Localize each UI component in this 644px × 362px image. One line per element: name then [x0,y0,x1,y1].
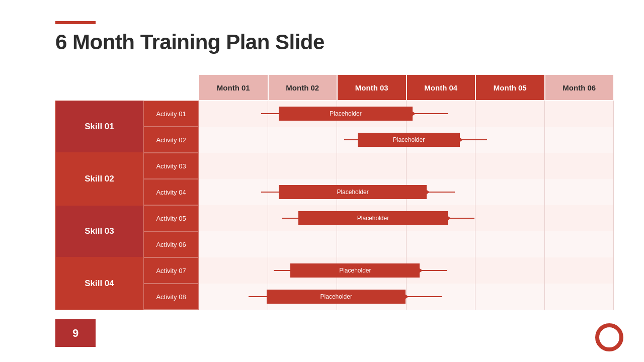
gantt-body: Skill 01Activity 01Activity 02Placeholde… [55,101,614,310]
gantt-cell [545,153,614,179]
gantt-row: Placeholder [199,205,614,231]
bar-line-right [460,139,487,140]
bar-line-left [261,192,279,193]
bar-body: Placeholder [358,133,460,147]
gantt-cell [199,127,268,153]
activities-col: Activity 03Activity 04 [143,153,199,205]
gantt-cell [199,153,268,179]
bar-body: Placeholder [298,211,448,225]
gantt-cell [475,153,545,179]
page-number: 9 [72,327,78,340]
bar-line-right [406,296,442,297]
bar-line-right [420,270,447,271]
activity-label: Activity 07 [143,257,199,284]
bar-body: Placeholder [279,185,427,199]
gantt-cell [407,153,476,179]
header-cell: Month 01 [199,74,268,101]
bar-body: Placeholder [267,290,406,304]
gantt-cell [337,153,407,179]
arrow-head [459,137,463,142]
header-cell: Month 06 [545,74,614,101]
skill-label: Skill 03 [55,205,143,257]
activity-label: Activity 01 [143,101,199,127]
gantt-cell [199,101,268,127]
bar-body: Placeholder [279,107,413,121]
activity-label: Activity 08 [143,284,199,310]
activity-label: Activity 05 [143,205,199,231]
bar-body: Placeholder [290,263,420,278]
header-cell: Month 03 [337,74,407,101]
skill-group: Skill 02Activity 03Activity 04Placeholde… [55,153,614,205]
slide: 6 Month Training Plan Slide Month 01Mont… [0,0,644,362]
page-title: 6 Month Training Plan Slide [55,30,325,54]
bar-container: Placeholder [249,290,614,304]
gantt-cell [407,231,476,257]
gantt-row-cells [199,231,614,257]
gantt-row: Placeholder [199,101,614,127]
gantt-rows-col: PlaceholderPlaceholder [199,101,614,153]
gantt-cell [199,257,268,284]
skill-label: Skill 04 [55,257,143,310]
bar-line-left [344,139,358,140]
bar-container: Placeholder [344,133,614,147]
accent-line [55,21,96,24]
header-cell: Month 05 [475,74,545,101]
gantt-cell [199,231,268,257]
gantt-cell [268,231,338,257]
bar-container: Placeholder [261,185,614,199]
gantt-cell [268,153,338,179]
activity-label: Activity 06 [143,231,199,257]
gantt-row: Placeholder [199,127,614,153]
bar-line-left [274,270,291,271]
gantt-row: Placeholder [199,257,614,284]
bar-line-right [413,113,448,114]
bar-container: Placeholder [261,107,614,121]
skill-group: Skill 04Activity 07Activity 08Placeholde… [55,257,614,310]
gantt-rows-col: Placeholder [199,205,614,257]
bar-line-right [427,192,455,193]
activities-col: Activity 01Activity 02 [143,101,199,153]
bar-line-left [261,113,279,114]
header-row: Month 01Month 02Month 03Month 04Month 05… [199,74,614,101]
gantt-row-cells [199,153,614,179]
gantt-cell [199,205,268,231]
header-cell: Month 02 [268,74,338,101]
skill-group: Skill 01Activity 01Activity 02Placeholde… [55,101,614,153]
gantt-cell [337,231,407,257]
gantt-cell [545,231,614,257]
skill-label: Skill 01 [55,101,143,153]
activity-label: Activity 03 [143,153,199,179]
gantt-row: Placeholder [199,179,614,205]
skill-group: Skill 03Activity 05Activity 06Placeholde… [55,205,614,257]
arrow-head [412,111,416,116]
activities-col: Activity 07Activity 08 [143,257,199,310]
page-number-box: 9 [55,319,96,347]
bar-container: Placeholder [274,263,614,278]
arrow-head [405,294,409,299]
bar-line-left [282,218,298,219]
bar-line-right [448,218,474,219]
bar-line-left [249,296,267,297]
gantt-row [199,231,614,257]
logo [595,323,624,352]
arrow-head [426,190,430,195]
gantt-rows-col: Placeholder [199,153,614,205]
bar-container: Placeholder [282,211,614,225]
activity-label: Activity 04 [143,179,199,205]
skill-label: Skill 02 [55,153,143,205]
gantt-row: Placeholder [199,284,614,310]
header-cell: Month 04 [407,74,476,101]
activities-col: Activity 05Activity 06 [143,205,199,257]
arrow-head [419,268,423,273]
gantt-cell [268,127,338,153]
gantt-cell [199,179,268,205]
gantt-row [199,153,614,179]
gantt-wrapper: Month 01Month 02Month 03Month 04Month 05… [55,74,614,302]
arrow-head [447,216,451,221]
activity-label: Activity 02 [143,127,199,153]
gantt-cell [475,231,545,257]
gantt-rows-col: PlaceholderPlaceholder [199,257,614,310]
